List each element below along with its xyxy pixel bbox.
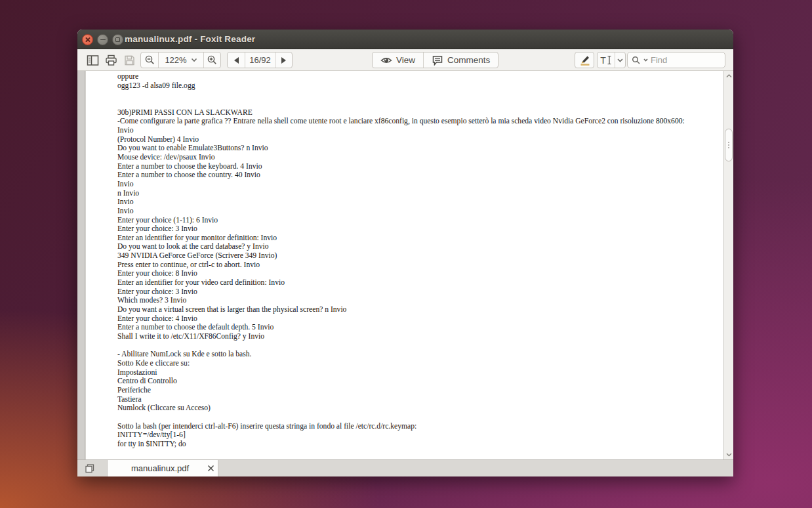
close-window-button[interactable] — [82, 34, 93, 45]
document-line: -Come configurare la parte grafica ?? En… — [117, 117, 714, 126]
scrollbar-thumb[interactable] — [725, 129, 733, 161]
document-line: Invio — [117, 207, 714, 216]
tab-list-button[interactable] — [83, 463, 96, 475]
document-line: Enter your choice (1-11): 6 Invio — [117, 216, 714, 225]
document-line: Numlock (Cliccare su Acceso) — [117, 404, 714, 413]
document-line: 30b)PRIMI PASSI CON LA SLACKWARE — [117, 108, 714, 117]
document-line: Shall I write it to /etc/X11/XF86Config?… — [117, 332, 714, 341]
highlighter-pen-icon — [579, 54, 591, 66]
eye-icon — [380, 56, 392, 65]
save-button[interactable] — [121, 53, 137, 68]
document-line: for tty in $INITTY; do — [117, 440, 714, 449]
document-line: Sotto Kde e cliccare su: — [117, 359, 714, 368]
document-line: Do you want a virtual screen that is lar… — [117, 305, 714, 314]
document-line: Periferiche — [117, 386, 714, 395]
document-line: Press enter to continue, or ctrl-c to ab… — [117, 261, 714, 270]
next-page-button[interactable] — [275, 53, 292, 68]
minimize-icon — [100, 39, 106, 41]
toolbar: 122% 16/92 — [77, 49, 733, 71]
thumb-grip-dot — [728, 144, 729, 146]
next-page-icon — [281, 57, 286, 64]
vertical-scrollbar[interactable] — [723, 71, 733, 459]
zoom-in-icon — [207, 54, 218, 66]
zoom-level-value: 122% — [165, 55, 186, 65]
document-line: Invio — [117, 180, 714, 189]
maximize-icon — [115, 37, 120, 42]
titlebar: manualinux.pdf - Foxit Reader — [77, 30, 733, 49]
document-view: oppureogg123 -d alsa09 file.ogg 30b)PRIM… — [77, 71, 733, 459]
document-line: 349 NVIDIA GeForce GeForce (Scrivere 349… — [117, 251, 714, 261]
comments-tab-button[interactable]: Comments — [423, 53, 498, 68]
document-line: n Invio — [117, 189, 714, 198]
document-line — [117, 413, 714, 422]
find-search-box — [627, 52, 725, 68]
document-line: Enter your choice: 3 Invio — [117, 287, 714, 297]
text-tool-t-label: T — [600, 55, 606, 66]
document-line — [117, 341, 714, 350]
view-comments-group: View Comments — [372, 52, 498, 68]
zoom-in-button[interactable] — [203, 53, 220, 68]
search-options-chevron-icon — [643, 58, 648, 62]
maximize-window-button[interactable] — [112, 34, 123, 45]
document-line: Which modes? 3 Invio — [117, 296, 714, 305]
window-title: manualinux.pdf - Foxit Reader — [125, 30, 255, 49]
text-select-tool-group: T — [597, 52, 626, 68]
scroll-down-button[interactable] — [725, 450, 733, 459]
zoom-level-dropdown[interactable]: 122% — [158, 53, 203, 68]
pdf-text: oppureogg123 -d alsa09 file.ogg 30b)PRIM… — [86, 71, 723, 449]
print-button[interactable] — [103, 53, 119, 68]
text-select-tool-button[interactable]: T — [598, 53, 615, 68]
scroll-up-icon — [726, 74, 732, 78]
document-line: Tastiera — [117, 395, 714, 404]
close-icon — [85, 37, 91, 43]
zoom-controls-group: 122% — [140, 52, 221, 68]
previous-page-button[interactable] — [228, 53, 245, 68]
document-line: INITTY=/dev/tty[1-6] — [117, 431, 714, 440]
tab-label: manualinux.pdf — [108, 463, 203, 473]
view-tab-button[interactable]: View — [373, 53, 423, 68]
page-navigation-group: 16/92 — [227, 52, 293, 68]
chevron-down-icon — [191, 58, 197, 62]
document-tab[interactable]: manualinux.pdf — [107, 460, 218, 476]
document-line: Enter a number to choose the country. 40… — [117, 171, 714, 180]
scroll-down-icon — [726, 453, 732, 457]
text-tool-dropdown-button[interactable] — [615, 53, 625, 68]
zoom-out-button[interactable] — [141, 53, 158, 68]
stacked-pages-icon — [85, 463, 95, 474]
document-line: Do you want to look at the card database… — [117, 242, 714, 251]
document-line: Enter a number to choose the keyboard. 4… — [117, 162, 714, 171]
scroll-up-button[interactable] — [725, 72, 733, 80]
search-icon — [632, 56, 641, 65]
document-line — [117, 99, 714, 108]
zoom-out-icon — [144, 54, 155, 66]
document-line: (Protocol Number) 4 Invio — [117, 135, 714, 144]
find-input[interactable] — [651, 55, 716, 65]
highlight-tool-button[interactable] — [575, 52, 594, 68]
close-icon — [207, 465, 214, 472]
document-line: Invio — [117, 126, 714, 135]
document-line: ogg123 -d alsa09 file.ogg — [117, 81, 714, 91]
page-number-field[interactable]: 16/92 — [245, 53, 275, 68]
foxit-reader-window: manualinux.pdf - Foxit Reader — [77, 30, 733, 476]
document-line: Invio — [117, 198, 714, 207]
document-left-gutter — [77, 71, 85, 459]
comment-bubble-icon — [432, 55, 443, 66]
document-line: Enter an identifier for your video card … — [117, 278, 714, 287]
thumb-grip-dot — [728, 147, 729, 148]
comments-label: Comments — [447, 55, 490, 65]
document-line: Sotto la bash (per intenderci ctrl-alt-F… — [117, 422, 714, 431]
tab-close-button[interactable] — [203, 460, 218, 476]
document-line: Do you want to enable Emulate3Buttons? n… — [117, 144, 714, 153]
document-tabbar: manualinux.pdf — [77, 459, 733, 476]
document-line — [117, 90, 714, 99]
text-cursor-icon — [607, 55, 612, 65]
document-line: - Abilitare NumLock su Kde e sotto la ba… — [117, 350, 714, 359]
document-line: Mouse device: /dev/psaux Invio — [117, 153, 714, 162]
sidebar-toggle-button[interactable] — [85, 53, 100, 68]
document-line: Centro di Controllo — [117, 377, 714, 386]
thumb-grip-dot — [728, 142, 729, 143]
desktop: { "window": { "title": "manualinux.pdf -… — [0, 0, 812, 508]
printer-icon — [104, 54, 118, 67]
minimize-window-button[interactable] — [97, 34, 108, 45]
document-line: Enter your choice: 8 Invio — [117, 269, 714, 278]
